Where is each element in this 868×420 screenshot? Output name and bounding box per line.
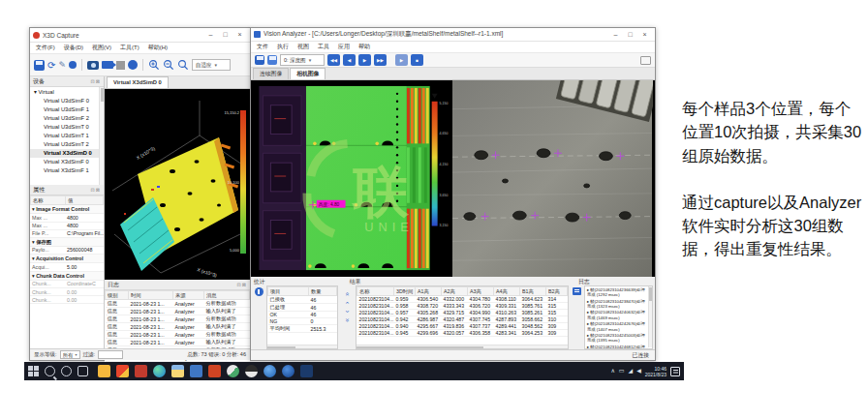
screenshot-icon[interactable] [640,56,651,65]
list-item[interactable]: ▸ 帧(20210823104240632)处理 完成 (1469 msec) [587,310,646,320]
tab-camera-image[interactable]: 相机图像 [290,68,326,79]
video-record-icon[interactable] [102,61,113,69]
results-col-name[interactable]: 名称 [357,287,394,296]
tab-continuous-image[interactable]: 连续图像 [253,68,289,79]
table-row[interactable]: Acqui...5.00 [30,263,104,271]
tree-root[interactable]: ▾ Virtual [30,88,104,97]
table-row[interactable]: 信息2021-08-23 1...Analyzer分析数据成功 [106,300,250,308]
prop-group[interactable]: ▾ 保存图 [30,238,104,247]
close-icon[interactable]: × [637,28,652,42]
table-row[interactable]: NG0 [268,318,337,325]
menu-tools[interactable]: 工具(T) [120,44,140,52]
menu-help[interactable]: 帮助(H) [148,44,168,52]
cortana-icon[interactable] [61,366,72,376]
table-row[interactable]: 信息2021-08-23 1...Analyzer分析数据成功 [106,315,250,323]
taskbar-app-7[interactable] [245,365,258,377]
menu-device[interactable]: 设备(D) [64,44,83,52]
stats-hscrollbar[interactable] [267,345,337,348]
taskbar-app-2[interactable] [116,365,129,377]
table-row[interactable]: Max ...4800 [30,222,104,229]
display-mode-select[interactable]: 0: 深度图 ▾ [280,54,325,66]
menu-help[interactable]: 帮助 [358,43,370,51]
table-row[interactable]: 20210823104...0.9594306.5404332.0004304.… [357,296,568,303]
taskbar-app-1[interactable] [98,365,110,377]
table-row[interactable]: OK46 [268,312,337,318]
table-row[interactable]: 已处理46 [268,304,337,312]
stats-col-item[interactable]: 项目 [268,287,309,296]
network-icon[interactable]: ◢ [629,362,634,380]
filter-input[interactable] [98,350,123,359]
run-button[interactable]: ▶ [395,54,408,66]
list-item[interactable]: ▸ 帧(20210823104236639)处理 完成 (1292 msec) [587,287,646,298]
taskbar-app-10[interactable] [300,365,313,377]
table-row[interactable]: 20210823104...0.9574305.2684329.7154304.… [357,310,568,316]
search-icon[interactable] [45,366,55,376]
tree-item-selected[interactable]: Virtual X3dSimD 0 [30,149,104,158]
table-row[interactable]: Chunk...0.00 [30,288,104,296]
results-col-a2[interactable]: A2高 [442,287,468,296]
log-col-source[interactable]: 来源 [173,291,204,300]
results-col-b2[interactable]: B2高 [546,287,568,296]
depth-map-view[interactable]: 联 UNIE 高度: 4.80 5,1504,6504,150 3,6503,1… [253,80,450,277]
results-col-3dtime[interactable]: 3D时间 [394,287,416,296]
table-row[interactable]: 20210823104...0.9404295.6674319.8364307.… [357,323,568,330]
tree-item[interactable]: Virtual U3dSimT 2 [30,140,104,149]
results-hscrollbar[interactable] [356,345,568,348]
zoom-level-select[interactable]: 自适应▾ [192,59,231,71]
menu-run[interactable]: 执行 [277,43,289,51]
zoom-fit-icon[interactable] [177,59,189,71]
log-scrollbar[interactable] [648,286,652,347]
taskbar-app-explorer[interactable] [171,365,184,377]
double-up-icon[interactable]: « [344,292,350,296]
table-row[interactable]: 已接收46 [268,296,337,304]
connect-icon[interactable] [69,61,77,69]
maximize-icon[interactable]: □ [623,28,637,42]
table-row[interactable]: Chunk...0.00 [30,296,104,304]
list-item[interactable]: ▸ 帧(20210823104238470)处理 完成 (1323 msec) [587,299,646,310]
list-item[interactable]: ▸ 帧(20210823104245003)处理 完成 (1395 msec) [587,333,646,344]
play-button[interactable]: ▶ [358,54,371,66]
table-row[interactable]: 平均时间2515.3 [268,325,337,333]
tree-item[interactable]: Virtual U3dSimF 2 [30,114,104,123]
panel-buttons[interactable]: ⊡⊠ [237,282,247,287]
export-icon[interactable] [573,287,581,295]
step-forward-button[interactable]: ▶▶ [374,54,387,66]
tray-chevron-icon[interactable]: ∧ [610,362,614,380]
up-icon[interactable]: ‹ [344,302,350,304]
double-down-icon[interactable]: » [344,318,350,322]
list-item[interactable]: ▸ 帧(20210823104246812)处理 完成 (1399 msec) [587,345,646,349]
log-col-time[interactable]: 时间 [129,291,173,300]
tree-scrollbar[interactable] [99,87,104,185]
info-icon[interactable] [255,287,264,296]
taskbar-app-4[interactable] [190,365,202,377]
results-col-b1[interactable]: B1高 [520,287,546,296]
stats-col-count[interactable]: 数量 [309,287,337,296]
results-col-a4[interactable]: A4高 [494,287,520,296]
close-icon[interactable]: × [232,28,247,42]
minimize-icon[interactable]: – [203,28,218,42]
notification-center-icon[interactable] [670,367,680,376]
table-row[interactable]: 信息2021-08-23 1...Analyzer输入队列满了 [106,323,250,331]
pointcloud-3d-view[interactable]: X (x10^3) X (x10^3) [105,89,250,280]
menu-file[interactable]: 文件(F) [36,44,55,52]
zoom-out-icon[interactable] [163,59,174,71]
down-icon[interactable]: › [344,311,350,313]
prop-col-name[interactable]: 名称 [31,196,66,205]
prop-group[interactable]: ▾ Acquisition Control [30,255,104,263]
taskbar-app-8[interactable] [264,365,276,377]
log-col-message[interactable]: 消息 [204,291,250,300]
refresh-icon[interactable]: ⟳ [47,60,55,71]
snapshot-camera-icon[interactable] [87,61,99,70]
stop-icon[interactable] [116,61,125,70]
taskbar-clock[interactable]: 10:46 2021/8/23 [645,366,666,377]
taskbar-app-edge[interactable] [153,365,166,377]
menu-view[interactable]: 视图(V) [92,44,111,52]
menu-file[interactable]: 文件 [257,43,268,51]
taskbar-app-5[interactable] [208,365,221,377]
zoom-in-icon[interactable] [148,59,160,71]
analyzer-log-list[interactable]: ▸ 帧(20210823104236639)处理 完成 (1292 msec)▸… [584,285,653,349]
table-row[interactable]: Max ...4800 [30,214,104,222]
save-icon[interactable] [34,60,45,71]
view-tab[interactable]: Virtual X3dSimD 0 [107,76,169,88]
table-row[interactable]: 20210823104...0.9584308.7204333.3434306.… [357,303,568,310]
